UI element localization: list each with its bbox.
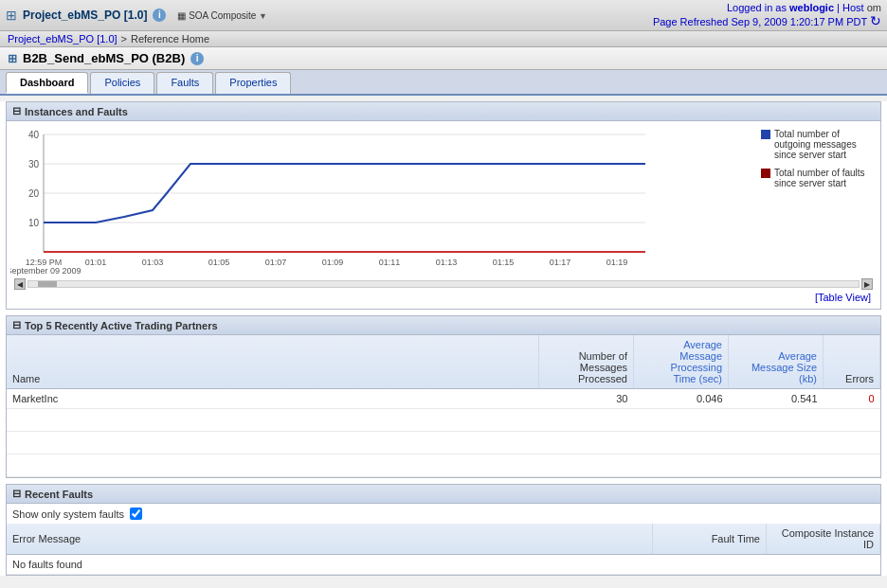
partner-errors: 0 bbox=[824, 389, 880, 409]
chart-container: 40 30 20 10 bbox=[10, 125, 877, 278]
trading-partners-header: ⊟ Top 5 Recently Active Trading Partners bbox=[7, 316, 880, 335]
no-faults-row: No faults found bbox=[7, 555, 880, 575]
legend-label-messages: Total number of outgoing messages since … bbox=[774, 129, 869, 160]
host-suffix: om bbox=[867, 2, 881, 13]
instances-chart: 40 30 20 10 bbox=[10, 125, 655, 276]
logged-in-label: Logged in as bbox=[727, 2, 787, 13]
recent-faults-header: ⊟ Recent Faults bbox=[7, 485, 880, 504]
b2b-icon: ⊞ bbox=[8, 52, 17, 65]
instances-faults-title: Instances and Faults bbox=[25, 106, 128, 117]
recent-faults-section: ⊟ Recent Faults Show only system faults … bbox=[6, 484, 881, 576]
trading-partners-table: Name Number ofMessagesProcessed AverageM… bbox=[7, 335, 880, 477]
soa-icon: ▦ bbox=[177, 10, 186, 21]
legend-item-faults: Total number of faults since server star… bbox=[761, 168, 869, 188]
col-avg-processing-time: AverageMessageProcessingTime (sec) bbox=[634, 335, 729, 389]
chart-scrollbar: ◀ ▶ bbox=[10, 278, 877, 292]
collapse-trading-partners-icon[interactable]: ⊟ bbox=[12, 319, 21, 331]
svg-text:01:15: 01:15 bbox=[493, 258, 515, 267]
trading-partners-title: Top 5 Recently Active Trading Partners bbox=[25, 320, 218, 331]
svg-text:01:09: 01:09 bbox=[322, 258, 344, 267]
instances-faults-header: ⊟ Instances and Faults bbox=[7, 102, 880, 121]
scroll-thumb[interactable] bbox=[38, 281, 57, 287]
col-errors: Errors bbox=[824, 335, 880, 389]
table-row: MarketInc 30 0.046 0.541 0 bbox=[7, 389, 880, 409]
page-header: ⊞ B2B_Send_ebMS_PO (B2B) i bbox=[0, 47, 887, 70]
soa-composite-label[interactable]: ▦ SOA Composite ▼ bbox=[177, 10, 267, 21]
svg-text:10: 10 bbox=[28, 218, 40, 228]
collapse-faults-icon[interactable]: ⊟ bbox=[12, 488, 21, 500]
svg-text:01:13: 01:13 bbox=[436, 258, 458, 267]
svg-text:01:17: 01:17 bbox=[550, 258, 571, 267]
scroll-left-btn[interactable]: ◀ bbox=[14, 278, 26, 290]
top-bar: ⊞ Project_ebMS_PO [1.0] i ▦ SOA Composit… bbox=[0, 0, 887, 31]
svg-text:40: 40 bbox=[28, 130, 40, 140]
empty-row-2 bbox=[7, 432, 880, 454]
svg-text:30: 30 bbox=[28, 159, 40, 169]
page-info-icon[interactable]: i bbox=[190, 52, 204, 65]
page-refreshed-text: Page Refreshed Sep 9, 2009 1:20:17 PM PD… bbox=[653, 16, 867, 27]
svg-text:20: 20 bbox=[28, 188, 40, 199]
user-info: Logged in as weblogic | Host om Page Ref… bbox=[653, 2, 881, 28]
recent-faults-title: Recent Faults bbox=[25, 489, 93, 500]
svg-text:01:01: 01:01 bbox=[85, 258, 107, 267]
table-view-link[interactable]: [Table View] bbox=[10, 292, 877, 305]
instances-faults-section: ⊟ Instances and Faults 40 30 20 10 bbox=[6, 101, 881, 310]
svg-text:01:07: 01:07 bbox=[265, 258, 287, 267]
empty-row-3 bbox=[7, 454, 880, 477]
scroll-track[interactable] bbox=[27, 280, 860, 288]
svg-text:01:03: 01:03 bbox=[142, 258, 164, 267]
col-fault-time: Fault Time bbox=[653, 524, 767, 555]
app-icon: ⊞ bbox=[6, 8, 17, 23]
legend-color-faults bbox=[761, 169, 770, 178]
separator: | bbox=[837, 2, 840, 13]
col-name: Name bbox=[7, 335, 539, 389]
host-label: Host bbox=[842, 2, 864, 13]
svg-text:01:05: 01:05 bbox=[208, 258, 230, 267]
scroll-right-btn[interactable]: ▶ bbox=[861, 278, 873, 290]
chart-legend: Total number of outgoing messages since … bbox=[753, 125, 877, 200]
page-title: B2B_Send_ebMS_PO (B2B) bbox=[23, 51, 185, 65]
faults-header-row: Error Message Fault Time Composite Insta… bbox=[7, 524, 880, 555]
tab-dashboard[interactable]: Dashboard bbox=[6, 72, 88, 94]
faults-table: Error Message Fault Time Composite Insta… bbox=[7, 524, 880, 575]
refresh-icon[interactable]: ↻ bbox=[870, 13, 881, 28]
empty-row-1 bbox=[7, 409, 880, 432]
col-messages-processed: Number ofMessagesProcessed bbox=[539, 335, 634, 389]
partner-name: MarketInc bbox=[7, 389, 539, 409]
main-content: ⊟ Instances and Faults 40 30 20 10 bbox=[0, 101, 887, 576]
soa-dropdown-icon[interactable]: ▼ bbox=[259, 11, 267, 21]
chart-area: 40 30 20 10 bbox=[7, 121, 880, 309]
legend-color-messages bbox=[761, 130, 770, 139]
breadcrumb-project-link[interactable]: Project_ebMS_PO [1.0] bbox=[8, 33, 118, 45]
tab-bar: Dashboard Policies Faults Properties bbox=[0, 70, 887, 96]
app-info-icon[interactable]: i bbox=[153, 9, 166, 22]
tab-properties[interactable]: Properties bbox=[215, 72, 291, 94]
svg-text:01:11: 01:11 bbox=[379, 258, 401, 267]
app-title: Project_ebMS_PO [1.0] bbox=[23, 9, 147, 22]
app-title-area: ⊞ Project_ebMS_PO [1.0] i ▦ SOA Composit… bbox=[6, 8, 267, 23]
tab-policies[interactable]: Policies bbox=[90, 72, 154, 94]
breadcrumb-separator: > bbox=[121, 33, 127, 45]
col-composite-instance: Composite InstanceID bbox=[767, 524, 880, 555]
legend-item-messages: Total number of outgoing messages since … bbox=[761, 129, 869, 160]
chart-svg-wrapper: 40 30 20 10 bbox=[10, 125, 753, 278]
show-system-faults-label: Show only system faults bbox=[12, 508, 124, 520]
breadcrumb-reference-home: Reference Home bbox=[131, 33, 209, 45]
system-faults-bar: Show only system faults bbox=[7, 504, 880, 524]
svg-text:01:19: 01:19 bbox=[606, 258, 628, 267]
col-error-message: Error Message bbox=[7, 524, 653, 555]
tab-faults[interactable]: Faults bbox=[156, 72, 213, 94]
breadcrumb: Project_ebMS_PO [1.0] > Reference Home bbox=[0, 31, 887, 47]
show-system-faults-checkbox[interactable] bbox=[130, 508, 142, 520]
legend-label-faults: Total number of faults since server star… bbox=[774, 168, 869, 188]
col-avg-message-size: AverageMessage Size(kb) bbox=[729, 335, 824, 389]
partner-message-size: 0.541 bbox=[729, 389, 824, 409]
trading-partners-header-row: Name Number ofMessagesProcessed AverageM… bbox=[7, 335, 880, 389]
partner-messages: 30 bbox=[539, 389, 634, 409]
svg-text:September 09 2009: September 09 2009 bbox=[10, 266, 81, 276]
no-faults-message: No faults found bbox=[7, 555, 880, 575]
collapse-instances-icon[interactable]: ⊟ bbox=[12, 105, 21, 117]
username: weblogic bbox=[789, 2, 834, 13]
partner-processing-time: 0.046 bbox=[634, 389, 729, 409]
trading-partners-section: ⊟ Top 5 Recently Active Trading Partners… bbox=[6, 315, 881, 478]
